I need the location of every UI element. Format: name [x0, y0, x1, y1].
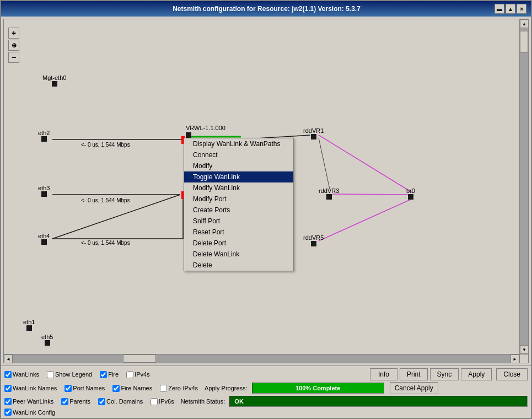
node-mgt-eth0[interactable]: Mgt-eth0	[42, 74, 66, 87]
checkbox-ipv4s-input[interactable]	[126, 371, 133, 378]
node-br0[interactable]: br0	[406, 187, 415, 200]
sync-button[interactable]: Sync	[430, 368, 459, 380]
minimize-button[interactable]: ▬	[495, 4, 504, 14]
menu-item-delete[interactable]: Delete	[184, 260, 293, 271]
scroll-left-button[interactable]: ◄	[4, 354, 13, 363]
canvas-area[interactable]: + ⊕ −	[4, 19, 528, 363]
close-button[interactable]: ✕	[517, 4, 526, 14]
checkbox-wanlink-names-input[interactable]	[4, 385, 12, 392]
scroll-up-button[interactable]: ▲	[520, 19, 528, 28]
checkbox-wanlink-config: WanLink Config	[4, 409, 55, 416]
zoom-fit-button[interactable]: ⊕	[8, 40, 19, 51]
scroll-thumb-v[interactable]	[520, 31, 528, 53]
scroll-right-button[interactable]: ►	[510, 354, 519, 363]
svg-line-7	[319, 138, 330, 189]
print-button[interactable]: Print	[400, 368, 428, 380]
checkbox-port-names-input[interactable]	[65, 385, 72, 392]
horizontal-scrollbar[interactable]: ◄ ►	[4, 354, 519, 363]
menu-item-delete-wanlink[interactable]: Delete WanLink	[184, 249, 293, 260]
checkbox-wanlink-config-label: WanLink Config	[13, 409, 55, 416]
menu-item-delete-port[interactable]: Delete Port	[184, 238, 293, 249]
menu-item-display-wanlink[interactable]: Display WanLink & WanPaths	[184, 138, 293, 149]
svg-line-4	[319, 135, 413, 193]
node-vrwl[interactable]: VRWL-1.1.000	[186, 132, 191, 138]
checkbox-fire-label: Fire	[108, 371, 119, 378]
checkbox-fire: Fire	[100, 371, 119, 378]
scroll-corner	[519, 354, 528, 363]
menu-item-create-ports[interactable]: Create Ports	[184, 205, 293, 216]
checkbox-fire-names-input[interactable]	[112, 385, 120, 392]
vertical-scrollbar[interactable]: ▲ ▼	[519, 19, 528, 354]
zoom-in-button[interactable]: +	[8, 28, 19, 39]
checkbox-peer-wanlinks-input[interactable]	[4, 398, 12, 405]
panel-group: Virtual Routers and Connections + ⊕ −	[3, 19, 529, 363]
apply-progress-label: Apply Progress:	[205, 385, 248, 391]
checkbox-wanlink-config-input[interactable]	[4, 409, 12, 416]
checkbox-zero-ipv4s-label: Zero-IPv4s	[168, 385, 198, 391]
cancel-apply-button[interactable]: Cancel Apply	[390, 382, 438, 394]
scroll-track-h[interactable]	[13, 354, 510, 363]
checkbox-port-names-label: Port Names	[73, 385, 105, 391]
maximize-button[interactable]: ▲	[506, 4, 515, 14]
menu-item-sniff-port[interactable]: Sniff Port	[184, 216, 293, 227]
checkbox-parents-input[interactable]	[61, 398, 68, 405]
status-bar: OK	[229, 396, 528, 407]
window-title: Netsmith configuration for Resource: jw2…	[39, 5, 495, 13]
checkbox-wanlink-names: WanLink Names	[4, 385, 57, 392]
info-button[interactable]: Info	[370, 368, 397, 380]
checkbox-ipv4s-label: IPv4s	[135, 371, 150, 378]
checkbox-port-names: Port Names	[65, 385, 105, 392]
checkbox-wanlinks-label: WanLinks	[13, 371, 39, 378]
scroll-down-button[interactable]: ▼	[520, 345, 528, 354]
node-eth2[interactable]: eth2	[38, 130, 50, 142]
menu-item-modify[interactable]: Modify	[184, 160, 293, 171]
menu-item-toggle-wanlink[interactable]: Toggle WanLink	[184, 171, 293, 182]
menu-item-reset-port[interactable]: Reset Port	[184, 227, 293, 238]
checkbox-col-domains: Col. Domains	[98, 398, 143, 405]
apply-button[interactable]: Apply	[461, 368, 492, 380]
zoom-controls: + ⊕ −	[8, 28, 19, 63]
node-rddvr3[interactable]: rddVR3	[319, 187, 339, 200]
checkbox-parents: Parents	[61, 398, 90, 405]
menu-item-modify-wanlink[interactable]: Modify WanLink	[184, 182, 293, 194]
svg-line-6	[319, 198, 413, 241]
checkbox-col-domains-input[interactable]	[98, 398, 105, 405]
node-eth3[interactable]: eth3	[38, 185, 50, 197]
progress-bar-text: 100% Complete	[295, 385, 340, 391]
scroll-track-v[interactable]	[520, 28, 528, 345]
checkbox-wanlinks-input[interactable]	[4, 371, 12, 378]
menu-item-connect[interactable]: Connect	[184, 149, 293, 160]
status-text: OK	[234, 398, 244, 405]
checkbox-parents-label: Parents	[69, 398, 90, 405]
checkbox-show-legend-input[interactable]	[47, 371, 54, 378]
svg-line-5	[332, 194, 413, 195]
progress-bar: 100% Complete	[252, 383, 384, 394]
checkbox-peer-wanlinks-label: Peer WanLinks	[13, 398, 53, 405]
netsmith-status-label: Netsmith Status:	[181, 398, 225, 405]
close-button[interactable]: Close	[496, 368, 528, 380]
link-label-eth4: <- 0 us, 1.544 Mbps	[81, 240, 130, 246]
title-bar: Netsmith configuration for Resource: jw2…	[1, 1, 531, 17]
toolbar-row-2: WanLink Names Port Names Fire Names Zero…	[4, 382, 528, 394]
link-label-eth3: <- 0 us, 1.544 Mbps	[81, 197, 130, 203]
checkbox-show-legend: Show Legend	[47, 371, 92, 378]
checkbox-ipv6s-label: IPv6s	[159, 398, 174, 405]
node-eth4[interactable]: eth4	[38, 233, 50, 245]
title-bar-buttons: ▬ ▲ ✕	[495, 4, 526, 14]
node-eth1[interactable]: eth1	[23, 319, 35, 331]
node-rddvr1[interactable]: rddVR1	[303, 127, 324, 139]
checkbox-show-legend-label: Show Legend	[55, 371, 92, 378]
zoom-out-button[interactable]: −	[8, 52, 19, 63]
menu-item-modify-port[interactable]: Modify Port	[184, 194, 293, 205]
checkbox-ipv4s: IPv4s	[126, 371, 150, 378]
node-rddvr5[interactable]: rddVR5	[303, 234, 324, 246]
bottom-toolbar: WanLinks Show Legend Fire IPv4s Info Pri…	[1, 366, 531, 418]
checkbox-fire-input[interactable]	[100, 371, 107, 378]
checkbox-zero-ipv4s-input[interactable]	[160, 385, 167, 392]
checkbox-fire-names: Fire Names	[112, 385, 152, 392]
node-eth5[interactable]: eth5	[41, 334, 53, 346]
toolbar-row-1: WanLinks Show Legend Fire IPv4s Info Pri…	[4, 368, 528, 380]
checkbox-peer-wanlinks: Peer WanLinks	[4, 398, 53, 405]
scroll-thumb-h[interactable]	[123, 354, 156, 363]
checkbox-ipv6s-input[interactable]	[151, 398, 158, 405]
